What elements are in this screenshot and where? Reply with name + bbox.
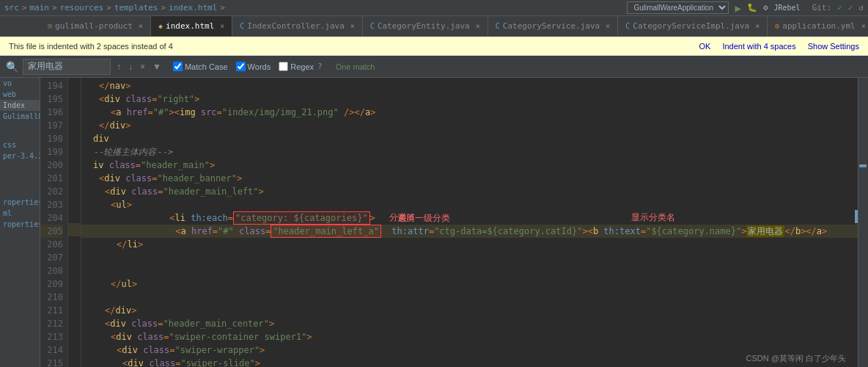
tab-close[interactable]: × — [139, 22, 143, 30]
sidebar-item-per[interactable]: per-3.4.2 — [0, 150, 40, 161]
code-line-197: </div> — [81, 119, 858, 132]
class-value: "header_main_left_a" — [271, 225, 381, 238]
code-line-213: <div class="swiper-container swiper1"> — [81, 330, 858, 344]
tab-index-html[interactable]: ◈ index.html × — [151, 16, 232, 36]
git-label: Git: — [812, 3, 832, 12]
show-settings-button[interactable]: Show Settings — [808, 42, 859, 51]
line-num-194: 194 — [40, 79, 63, 92]
project-selector[interactable]: GulimallWareApplication — [627, 1, 729, 14]
line-numbers: 194 195 196 197 198 199 200 201 202 203 … — [40, 78, 68, 367]
search-input[interactable] — [28, 62, 87, 72]
tab-category-service-impl[interactable]: C CategoryServiceImpl.java × — [618, 16, 768, 36]
code-line-209: </ul> — [81, 277, 858, 291]
code-line-215: <div class="swiper-slide"> — [81, 357, 858, 367]
java-icon: C — [240, 22, 244, 30]
search-result-count: One match — [336, 62, 375, 71]
match-case-checkbox[interactable] — [173, 62, 183, 71]
tab-close[interactable]: × — [606, 22, 610, 30]
words-option[interactable]: Words — [236, 62, 271, 71]
gutter-210 — [68, 289, 81, 302]
java-icon4: C — [625, 22, 630, 30]
code-line-201: <div class="header_banner"> — [81, 172, 858, 185]
code-line-194: </nav> — [81, 79, 858, 92]
tab-close[interactable]: × — [755, 22, 760, 30]
tab-application-yml[interactable]: ⚙ application.yml × — [768, 16, 868, 36]
code-line-207 — [81, 251, 858, 264]
gutter-203 — [68, 197, 81, 210]
search-filter-button[interactable]: ▼ — [151, 62, 163, 72]
indent-warning-bar: This file is indented with 2 spaces inst… — [0, 37, 868, 56]
code-line-199: --轮播主体内容--> — [81, 145, 858, 159]
sidebar-item-roperties2[interactable]: roperties — [0, 219, 40, 230]
git-check: ✓ — [837, 3, 842, 12]
indent-with-spaces-button[interactable]: Indent with 4 spaces — [722, 42, 795, 51]
gutter-195 — [68, 91, 81, 104]
code-line-205: <a href="#" class="header_main_left_a" t… — [81, 225, 858, 238]
match-case-option[interactable]: Match Case — [173, 62, 228, 71]
line-num-197: 197 — [40, 119, 63, 132]
tab-close[interactable]: × — [350, 22, 355, 30]
run-button[interactable]: ▶ — [735, 2, 740, 14]
tab-category-service[interactable]: C CategoryService.java × — [488, 16, 619, 36]
gutter-204 — [68, 210, 81, 223]
sidebar-item-vo[interactable]: vo — [0, 78, 40, 89]
code-line-195: <div class="right"> — [81, 92, 858, 106]
regex-option[interactable]: Regex — [279, 62, 314, 71]
gulimall-product-icon: m — [48, 22, 52, 30]
tab-label: IndexController.java — [247, 21, 344, 31]
jrebel-label: JRebel — [774, 4, 801, 12]
regex-help: ? — [317, 62, 323, 71]
tab-label: CategoryService.java — [503, 21, 600, 31]
build-button[interactable]: ⚙ — [763, 3, 768, 12]
line-num-202: 202 — [40, 185, 63, 198]
sidebar-item-index[interactable]: Index — [0, 100, 40, 111]
tab-label: application.yml — [782, 21, 855, 31]
indent-ok-button[interactable]: OK — [699, 42, 710, 51]
gutter-200 — [68, 157, 81, 170]
regex-checkbox[interactable] — [279, 62, 288, 71]
tab-close[interactable]: × — [220, 22, 224, 30]
words-checkbox[interactable] — [236, 62, 246, 71]
tab-close[interactable]: × — [476, 22, 480, 30]
tab-label: gulimall-product — [55, 21, 133, 31]
line-num-200: 200 — [40, 159, 63, 172]
sidebar-item-ml[interactable]: ml — [0, 208, 40, 219]
highlighted-text: 家用电器 — [746, 225, 784, 237]
code-line-208 — [81, 264, 858, 277]
git-refresh[interactable]: ↺ — [858, 3, 864, 12]
top-bar: src > main > resources > templates > ind… — [0, 0, 868, 16]
sidebar-item-css[interactable]: css — [0, 139, 40, 150]
tab-gulimall-product[interactable]: m gulimall-product × — [40, 16, 151, 36]
search-next-button[interactable]: ↓ — [127, 62, 134, 72]
code-line-212: <div class="header_main_center"> — [81, 317, 858, 330]
search-icon: 🔍 — [6, 61, 18, 73]
debug-button[interactable]: 🐛 — [747, 3, 757, 12]
line-num-214: 214 — [40, 344, 63, 357]
sidebar-spacer3 — [0, 179, 40, 197]
git-check2: ✓ — [848, 3, 853, 12]
sidebar-item-gulimall[interactable]: GulimallP — [0, 111, 40, 122]
tab-label: CategoryEntity.java — [378, 21, 470, 31]
breadcrumb-resources: resources — [60, 3, 104, 12]
code-content[interactable]: </nav> <div class="right"> <a href="#"><… — [81, 78, 858, 367]
gutter-202 — [68, 184, 81, 197]
gutter-201 — [68, 170, 81, 184]
line-num-196: 196 — [40, 106, 63, 119]
gutter-212 — [68, 316, 81, 329]
gutter-209 — [68, 276, 81, 289]
sidebar-item-web[interactable]: web — [0, 89, 40, 100]
code-line-210 — [81, 291, 858, 304]
gutter — [68, 78, 81, 367]
java-icon2: C — [370, 22, 375, 30]
tab-category-entity[interactable]: C CategoryEntity.java × — [363, 16, 488, 36]
breadcrumb: src > main > resources > templates > ind… — [4, 3, 225, 12]
right-gutter[interactable] — [858, 78, 868, 367]
gutter-214 — [68, 342, 81, 355]
tab-close[interactable]: × — [861, 22, 866, 30]
tab-index-controller[interactable]: C IndexController.java × — [232, 16, 363, 36]
search-close-button[interactable]: × — [139, 62, 147, 72]
attribution: CSDN @莫等闲 白了少年头 — [746, 353, 846, 364]
tab-label: CategoryServiceImpl.java — [633, 21, 749, 31]
search-prev-button[interactable]: ↑ — [115, 62, 122, 72]
sidebar-item-roperties[interactable]: roperties — [0, 197, 40, 208]
